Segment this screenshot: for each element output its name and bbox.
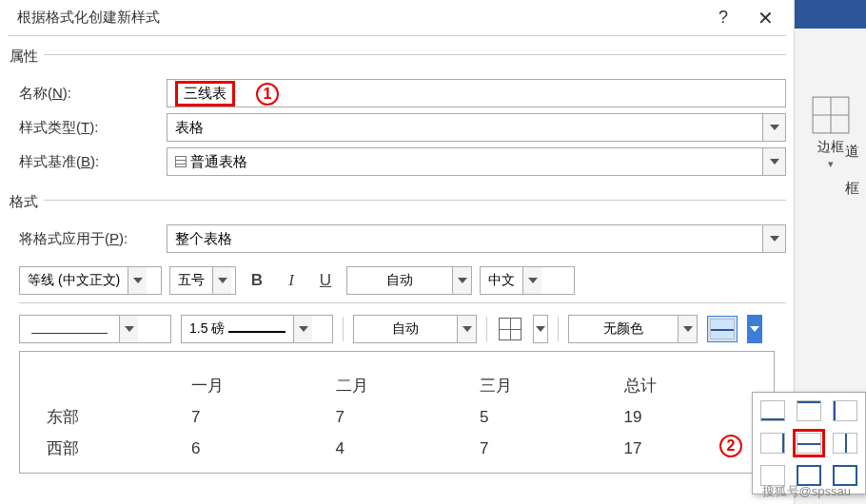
border-preset-popup xyxy=(752,392,866,494)
font-color-combo[interactable]: 自动 xyxy=(346,266,472,295)
border-bottom[interactable] xyxy=(757,397,789,425)
section-properties: 属性 xyxy=(8,36,786,73)
italic-button[interactable]: I xyxy=(278,266,305,295)
border-preset-selected[interactable] xyxy=(707,316,738,342)
line-weight-combo[interactable]: 1.5 磅 xyxy=(181,315,333,343)
watermark: 搜狐号@spssau xyxy=(762,483,851,500)
label-base: 样式基准(B): xyxy=(19,153,167,171)
border-toolbar: 1.5 磅 自动 无颜色 xyxy=(19,302,786,343)
size-combo[interactable]: 五号 xyxy=(169,266,236,295)
row-apply: 将格式应用于(P): 整个表格 xyxy=(8,224,786,253)
label-type: 样式类型(T): xyxy=(19,119,167,137)
type-select[interactable]: 表格 xyxy=(167,113,786,142)
row-name: 名称(N): 三线表 1 xyxy=(8,79,786,107)
name-input[interactable]: 三线表 1 xyxy=(167,79,786,107)
border-ribbon-icon[interactable] xyxy=(811,95,851,135)
apply-select[interactable]: 整个表格 xyxy=(167,224,786,253)
table-header-row: 一月 二月 三月 总计 xyxy=(37,371,757,400)
dropdown-button[interactable] xyxy=(762,148,785,175)
font-combo[interactable]: 等线 (中文正文) xyxy=(19,266,162,295)
border-inside-horizontal[interactable] xyxy=(793,429,825,457)
underline-button[interactable]: U xyxy=(312,266,339,295)
label-apply: 将格式应用于(P): xyxy=(19,230,167,248)
callout-2: 2 xyxy=(719,434,742,457)
close-button[interactable]: ✕ xyxy=(744,7,786,29)
section-label-props: 属性 xyxy=(10,48,38,66)
preview-table-box: 一月 二月 三月 总计 东部 7 7 5 19 西部 6 4 7 17 xyxy=(19,351,775,474)
ribbon-cut-text: 道 框 xyxy=(845,143,864,198)
table-row: 东部 7 7 5 19 xyxy=(37,402,757,432)
bold-button[interactable]: B xyxy=(244,266,270,295)
base-select[interactable]: 普通表格 xyxy=(167,147,786,176)
name-value-highlight: 三线表 xyxy=(175,81,235,107)
ribbon-titlebar-fragment xyxy=(795,0,866,29)
section-label-format: 格式 xyxy=(10,193,38,211)
row-type: 样式类型(T): 表格 xyxy=(8,113,786,142)
line-style-combo[interactable] xyxy=(19,315,171,343)
dialog-title: 根据格式化创建新样式 xyxy=(17,9,702,27)
table-row: 西部 6 4 7 17 xyxy=(37,434,757,463)
font-toolbar: 等线 (中文正文) 五号 B I U 自动 中文 xyxy=(19,266,786,295)
preview-table: 一月 二月 三月 总计 东部 7 7 5 19 西部 6 4 7 17 xyxy=(35,369,758,465)
create-style-dialog: 根据格式化创建新样式 ? ✕ 属性 名称(N): 三线表 1 样式类型(T): … xyxy=(0,0,794,474)
border-preset-dropdown[interactable] xyxy=(747,315,762,343)
lang-combo[interactable]: 中文 xyxy=(480,266,575,295)
section-format: 格式 xyxy=(8,182,786,219)
fill-color-combo[interactable]: 无颜色 xyxy=(568,315,698,343)
base-value: 普通表格 xyxy=(190,153,247,171)
callout-1: 1 xyxy=(256,82,279,106)
apply-value: 整个表格 xyxy=(175,230,232,248)
dropdown-button[interactable] xyxy=(762,225,785,252)
table-icon xyxy=(175,156,187,167)
border-left[interactable] xyxy=(829,397,861,425)
borders-grid-icon[interactable] xyxy=(497,315,523,343)
label-name: 名称(N): xyxy=(19,85,167,103)
type-value: 表格 xyxy=(175,119,204,137)
row-base: 样式基准(B): 普通表格 xyxy=(8,147,786,176)
border-top[interactable] xyxy=(793,397,825,425)
dropdown-button[interactable] xyxy=(762,114,785,141)
pen-color-combo[interactable]: 自动 xyxy=(353,315,477,343)
help-button[interactable]: ? xyxy=(702,8,744,28)
border-inside-vertical[interactable] xyxy=(829,429,861,457)
borders-grid-dropdown[interactable] xyxy=(533,315,548,343)
border-right[interactable] xyxy=(757,429,789,457)
dialog-titlebar: 根据格式化创建新样式 ? ✕ xyxy=(8,0,786,36)
